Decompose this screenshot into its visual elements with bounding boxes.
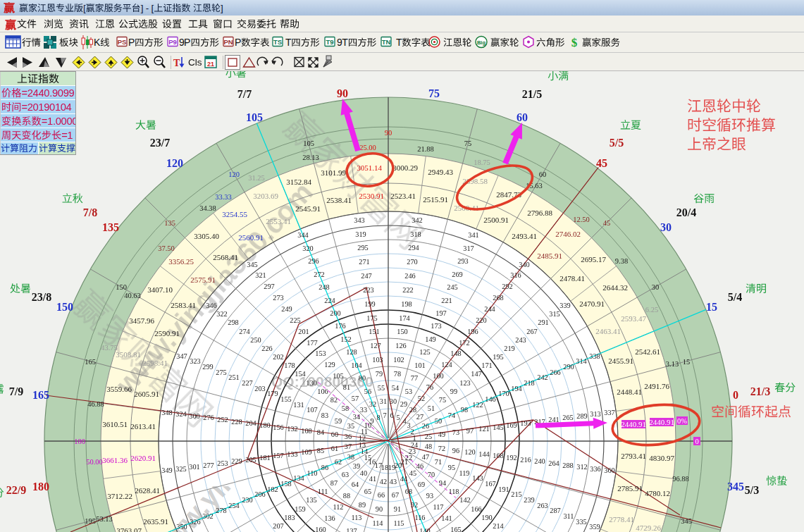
svg-text:345: 345: [681, 517, 692, 525]
svg-text:12.50: 12.50: [573, 216, 590, 223]
svg-text:156: 156: [273, 423, 283, 431]
svg-text:158: 158: [280, 480, 291, 488]
svg-text:2493.41: 2493.41: [512, 232, 537, 240]
svg-text:157: 157: [273, 452, 283, 459]
svg-text:21/3: 21/3: [750, 385, 770, 397]
svg-text:274: 274: [239, 328, 249, 335]
svg-text:221: 221: [441, 297, 452, 304]
svg-text:5/4: 5/4: [728, 291, 742, 303]
svg-text:5/5: 5/5: [610, 137, 624, 149]
svg-text:270: 270: [407, 258, 417, 266]
svg-text:3203.69: 3203.69: [253, 192, 278, 200]
svg-text:82: 82: [330, 396, 338, 404]
svg-text:107: 107: [307, 406, 317, 414]
svg-text:2515.91: 2515.91: [423, 195, 448, 204]
svg-text:94: 94: [439, 479, 446, 487]
svg-text:316: 316: [510, 271, 521, 279]
svg-text:239: 239: [524, 496, 534, 504]
svg-text:325: 325: [175, 465, 186, 473]
svg-text:37.50: 37.50: [158, 245, 175, 252]
svg-text:75: 75: [428, 87, 440, 99]
svg-text:244: 244: [484, 305, 495, 313]
svg-text:207: 207: [273, 522, 283, 530]
svg-text:$: $: [571, 36, 578, 49]
svg-text:201: 201: [298, 328, 309, 335]
svg-text:197: 197: [435, 309, 446, 317]
svg-text:222: 222: [402, 286, 413, 294]
svg-text:60: 60: [517, 111, 528, 123]
svg-text:175: 175: [366, 314, 377, 322]
svg-text:349: 349: [161, 466, 172, 474]
svg-text:75: 75: [439, 396, 446, 404]
svg-text:337: 337: [604, 409, 614, 416]
svg-text:150: 150: [116, 283, 127, 291]
svg-text:165: 165: [450, 526, 461, 532]
svg-text:194: 194: [511, 385, 521, 392]
svg-text:248: 248: [318, 283, 329, 291]
svg-text:230: 230: [242, 496, 252, 504]
svg-text:2590.91: 2590.91: [154, 329, 180, 338]
svg-text:296: 296: [308, 257, 318, 265]
svg-text:142: 142: [459, 496, 470, 504]
svg-text:268: 268: [493, 294, 503, 302]
svg-text:0: 0: [733, 389, 738, 401]
svg-text:124: 124: [441, 361, 452, 369]
svg-text:50: 50: [435, 417, 442, 425]
svg-text:240: 240: [534, 457, 545, 465]
svg-text:3.13: 3.13: [666, 360, 679, 368]
svg-text:5/3: 5/3: [745, 484, 759, 496]
svg-text:91: 91: [394, 505, 401, 513]
svg-text:342: 342: [412, 216, 422, 224]
svg-text:59: 59: [335, 417, 342, 425]
svg-text:165: 165: [32, 389, 49, 401]
svg-text:6: 6: [390, 412, 393, 419]
svg-text:299: 299: [202, 363, 213, 371]
svg-text:2530.91: 2530.91: [359, 192, 384, 200]
svg-text:2593.47: 2593.47: [621, 314, 646, 323]
svg-text:77: 77: [411, 374, 418, 382]
svg-text:2598.41: 2598.41: [142, 359, 168, 367]
svg-text:51: 51: [428, 404, 435, 412]
svg-text:324: 324: [175, 410, 186, 418]
svg-text:343: 343: [354, 216, 364, 224]
svg-text:43.75: 43.75: [101, 344, 118, 352]
svg-text:2538.41: 2538.41: [326, 196, 352, 204]
svg-text:276: 276: [203, 414, 214, 421]
svg-text:29: 29: [400, 400, 407, 408]
svg-text:45: 45: [596, 157, 607, 169]
svg-text:137: 137: [346, 527, 357, 532]
svg-text:2485.91: 2485.91: [537, 252, 562, 260]
svg-text:195: 195: [85, 517, 96, 525]
svg-text:93: 93: [426, 492, 433, 500]
svg-text:7/9: 7/9: [9, 385, 23, 397]
svg-text:36: 36: [345, 433, 352, 440]
svg-text:130: 130: [306, 379, 316, 387]
svg-text:140: 140: [419, 527, 430, 532]
svg-text:30: 30: [660, 221, 672, 233]
svg-text:253: 253: [217, 459, 228, 467]
svg-text:166: 166: [471, 505, 481, 513]
svg-text:122: 122: [472, 401, 483, 409]
svg-text:242: 242: [537, 373, 548, 381]
svg-text:319: 319: [355, 230, 366, 238]
svg-text:3152.84: 3152.84: [286, 178, 311, 186]
svg-text:50.00: 50.00: [86, 458, 103, 466]
svg-text:180: 180: [74, 438, 85, 445]
svg-text:74: 74: [448, 412, 455, 419]
svg-text:57: 57: [352, 395, 359, 402]
svg-text:335: 335: [576, 518, 586, 526]
svg-text:265: 265: [562, 414, 573, 421]
svg-text:=2440.9099: =2440.9099: [21, 87, 74, 99]
svg-text:47: 47: [422, 453, 429, 461]
svg-text:23/8: 23/8: [32, 291, 51, 303]
svg-text:100: 100: [433, 372, 443, 380]
svg-text:223: 223: [363, 286, 373, 294]
svg-text:2553.41: 2553.41: [266, 217, 291, 225]
svg-text:277: 277: [203, 462, 214, 469]
svg-text:89: 89: [359, 501, 366, 509]
svg-text:39: 39: [353, 462, 360, 470]
svg-text:T9: T9: [326, 38, 333, 46]
svg-text:311: 311: [563, 512, 574, 520]
svg-text:4780.12: 4780.12: [645, 489, 670, 497]
svg-text:289: 289: [576, 412, 587, 420]
